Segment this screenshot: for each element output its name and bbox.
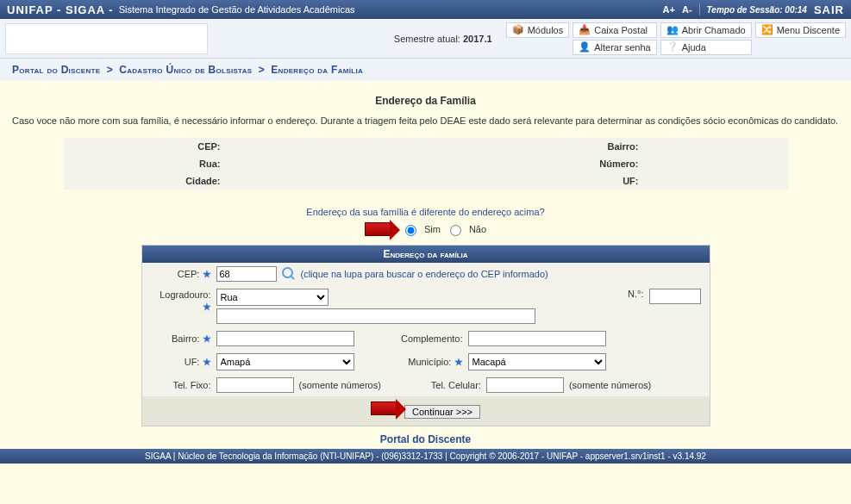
form-cep-label: CEP: ★ <box>151 269 211 280</box>
cep-label: CEP: <box>64 138 228 155</box>
form-telfixo-label: Tel. Fixo: <box>151 380 211 390</box>
continue-row: Continuar >>> <box>142 396 710 426</box>
system-desc: Sistema Integrado de Gestão de Atividade… <box>119 4 355 15</box>
table-row: CEP: Bairro: <box>64 138 788 155</box>
footer: SIGAA | Núcleo de Tecnologia da Informaç… <box>0 449 851 464</box>
form-complemento-label: Complemento: <box>385 333 463 344</box>
mailbox-icon: 📥 <box>579 24 591 36</box>
caixa-postal-link[interactable]: 📥 Caixa Postal <box>573 22 656 38</box>
municipio-select[interactable]: Macapá <box>468 353 606 370</box>
menu-icon: 🔀 <box>761 24 773 36</box>
bairro-label: Bairro: <box>370 138 646 155</box>
logradouro-input[interactable] <box>216 308 535 324</box>
top-bar: UNIFAP - SIGAA - Sistema Integrado de Ge… <box>0 0 851 19</box>
section-title: Endereço da Família <box>12 95 839 107</box>
system-abbr: UNIFAP - SIGAA - <box>7 3 114 16</box>
table-row: Rua: Número: <box>64 155 788 172</box>
complemento-input[interactable] <box>468 331 606 346</box>
session-label: Tempo de Sessão: 00:14 <box>707 5 807 15</box>
cep-hint: (clique na lupa para buscar o endereço d… <box>301 269 548 279</box>
radio-nao[interactable] <box>450 225 461 236</box>
modulos-link[interactable]: 📦 Módulos <box>506 22 570 38</box>
password-icon: 👤 <box>579 41 591 53</box>
uf-select[interactable]: Amapá <box>216 353 354 370</box>
form-bairro-label: Bairro: ★ <box>151 333 211 345</box>
radio-sim-label: Sim <box>424 224 441 234</box>
radio-sim[interactable] <box>405 225 416 236</box>
tel-cel-hint: (somente números) <box>569 380 651 390</box>
numero-input[interactable] <box>649 289 701 304</box>
uf-label: UF: <box>370 172 646 190</box>
font-increase-button[interactable]: A+ <box>663 4 675 15</box>
breadcrumb: Portal do Discente > Cadastro Único de B… <box>0 59 851 81</box>
logout-button[interactable]: SAIR <box>814 3 844 16</box>
cep-input[interactable] <box>216 266 277 282</box>
cidade-value <box>228 172 370 190</box>
current-address-table: CEP: Bairro: Rua: Número: Cidade: UF: <box>64 138 788 190</box>
logradouro-tipo-select[interactable]: Rua <box>216 289 329 306</box>
bairro-input[interactable] <box>216 331 354 346</box>
ticket-icon: 👥 <box>666 24 679 36</box>
form-uf-label: UF: ★ <box>151 357 211 368</box>
user-box <box>5 23 208 54</box>
section-note: Caso voce não more com sua família, é ne… <box>12 115 839 126</box>
session-time: 00:14 <box>785 5 807 15</box>
rua-value <box>228 155 370 172</box>
form-municipio-label: Município: ★ <box>385 357 463 368</box>
address-question: Endereço da sua família é diferente do e… <box>12 207 839 236</box>
tel-fixo-hint: (somente números) <box>299 380 381 390</box>
modules-icon: 📦 <box>512 24 524 36</box>
separator <box>699 3 700 16</box>
cidade-label: Cidade: <box>64 172 228 190</box>
rua-label: Rua: <box>64 155 228 172</box>
alterar-senha-link[interactable]: 👤 Alterar senha <box>573 40 656 55</box>
content: Endereço da Família Caso voce não more c… <box>0 81 851 445</box>
arrow-icon <box>365 222 391 236</box>
help-icon: ❔ <box>666 41 679 53</box>
menu-discente-link[interactable]: 🔀 Menu Discente <box>755 22 846 38</box>
bairro-value <box>646 138 788 155</box>
numero-value <box>646 155 788 172</box>
continuar-button[interactable]: Continuar >>> <box>404 405 480 419</box>
panel-title: Endereço da família <box>142 246 710 263</box>
tel-fixo-input[interactable] <box>216 377 294 393</box>
breadcrumb-endereco: Endereço da Família <box>271 64 363 76</box>
portal-link-row: Portal do Discente <box>12 433 839 445</box>
search-icon[interactable] <box>282 267 296 281</box>
breadcrumb-portal[interactable]: Portal do Discente <box>12 64 100 76</box>
cep-value <box>228 138 370 155</box>
form-telcel-label: Tel. Celular: <box>404 380 481 390</box>
numero-label: Número: <box>370 155 646 172</box>
form-numero-label: N.°: <box>628 289 643 299</box>
semester-value: 2017.1 <box>463 34 492 44</box>
sub-bar: Semestre atual: 2017.1 📦 Módulos 📥 Caixa… <box>0 19 851 59</box>
arrow-icon <box>371 401 397 415</box>
breadcrumb-cadastro[interactable]: Cadastro Único de Bolsistas <box>119 64 252 76</box>
family-address-form: Endereço da família CEP: ★ (clique na lu… <box>141 245 710 426</box>
table-row: Cidade: UF: <box>64 172 788 190</box>
tel-cel-input[interactable] <box>486 377 564 393</box>
semester-info: Semestre atual: 2017.1 <box>394 34 492 44</box>
abrir-chamado-link[interactable]: 👥 Abrir Chamado <box>660 22 752 38</box>
uf-value <box>646 172 788 190</box>
question-text: Endereço da sua família é diferente do e… <box>12 207 839 217</box>
ajuda-link[interactable]: ❔ Ajuda <box>660 40 752 55</box>
font-decrease-button[interactable]: A- <box>682 4 692 15</box>
portal-discente-link[interactable]: Portal do Discente <box>380 433 471 445</box>
radio-nao-label: Não <box>469 224 486 234</box>
top-links: 📦 Módulos 📥 Caixa Postal 👥 Abrir Chamado… <box>506 22 846 55</box>
form-logradouro-label: Logradouro:★ <box>151 289 211 313</box>
